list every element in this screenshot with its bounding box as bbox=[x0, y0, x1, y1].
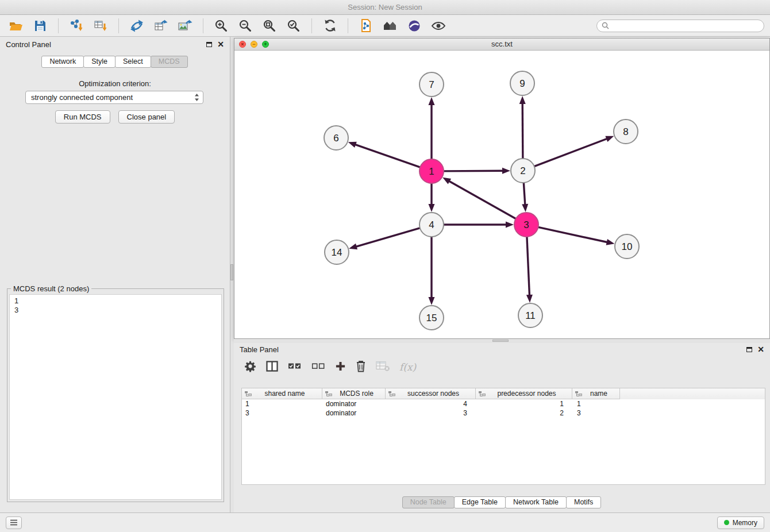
search-field[interactable] bbox=[596, 20, 764, 32]
table-panel-title: Table Panel bbox=[240, 345, 279, 354]
horizontal-splitter-handle[interactable] bbox=[492, 340, 509, 342]
panel-menu-button[interactable] bbox=[6, 516, 22, 529]
graph-edge-2-9[interactable] bbox=[522, 102, 523, 159]
open-session-icon[interactable] bbox=[6, 17, 26, 34]
column-header-predecessor-nodes[interactable]: predecessor nodes bbox=[476, 388, 572, 399]
column-type-icon bbox=[244, 391, 252, 397]
table-row[interactable]: 3dominator323 bbox=[242, 408, 765, 418]
network-from-selection-icon[interactable] bbox=[356, 17, 376, 34]
toolbar-separator bbox=[118, 18, 119, 33]
import-network-icon[interactable] bbox=[66, 17, 87, 34]
graph-node-4[interactable]: 4 bbox=[419, 213, 444, 237]
graph-node-7[interactable]: 7 bbox=[419, 72, 444, 97]
result-item[interactable]: 3 bbox=[14, 306, 217, 315]
graph-edge-2-3[interactable] bbox=[523, 183, 525, 206]
graph-node-14[interactable]: 14 bbox=[325, 240, 349, 264]
zoom-out-icon[interactable] bbox=[235, 17, 256, 34]
select-all-icon[interactable] bbox=[288, 361, 302, 373]
zoom-in-icon[interactable] bbox=[211, 17, 232, 34]
search-input[interactable] bbox=[612, 22, 759, 30]
mcds-result-list[interactable]: 13 bbox=[9, 294, 222, 500]
window-zoom-icon[interactable]: + bbox=[262, 41, 269, 48]
column-header-name[interactable]: name bbox=[572, 388, 620, 399]
optimization-criterion-select[interactable]: strongly connected component bbox=[25, 91, 203, 104]
horizontal-splitter[interactable] bbox=[234, 339, 770, 343]
graph-edge-arrowhead bbox=[519, 96, 526, 104]
tab-network-table[interactable]: Network Table bbox=[505, 496, 567, 508]
table-cell: 3 bbox=[572, 409, 620, 417]
window-close-icon[interactable]: × bbox=[239, 41, 246, 48]
graph-node-10[interactable]: 10 bbox=[615, 234, 639, 259]
close-panel-button[interactable]: Close panel bbox=[118, 110, 175, 124]
graph-edge-1-2[interactable] bbox=[444, 171, 504, 171]
delete-table-icon[interactable] bbox=[376, 360, 390, 374]
svg-text:6: 6 bbox=[333, 133, 338, 144]
table-panel: Table Panel ✕ f(x) shared nameMCDS rol bbox=[234, 343, 770, 510]
float-panel-icon[interactable] bbox=[206, 42, 212, 47]
column-header-successor-nodes[interactable]: successor nodes bbox=[386, 388, 476, 399]
control-panel-title: Control Panel bbox=[6, 40, 51, 49]
graph-node-6[interactable]: 6 bbox=[324, 126, 348, 150]
graph-node-9[interactable]: 9 bbox=[510, 71, 534, 95]
table-row[interactable]: 1dominator411 bbox=[242, 399, 765, 408]
tab-motifs[interactable]: Motifs bbox=[566, 496, 601, 508]
function-builder-icon[interactable]: f(x) bbox=[399, 361, 416, 373]
delete-column-icon[interactable] bbox=[356, 360, 366, 375]
column-header-shared-name[interactable]: shared name bbox=[242, 388, 322, 399]
graph-node-2[interactable]: 2 bbox=[511, 159, 535, 183]
network-graph[interactable]: 7968124314101511 bbox=[234, 51, 769, 338]
graph-node-8[interactable]: 8 bbox=[614, 119, 638, 144]
zoom-fit-icon[interactable] bbox=[259, 17, 280, 34]
graph-edge-1-6[interactable] bbox=[354, 144, 420, 167]
zoom-selected-icon[interactable] bbox=[283, 17, 304, 34]
memory-button[interactable]: Memory bbox=[717, 516, 764, 529]
save-session-icon[interactable] bbox=[30, 17, 51, 34]
export-image-icon[interactable] bbox=[175, 17, 195, 34]
tab-node-table[interactable]: Node Table bbox=[402, 496, 455, 508]
graph-edge-3-11[interactable] bbox=[527, 237, 530, 296]
control-panel: Control Panel ✕ NetworkStyleSelectMCDS O… bbox=[0, 37, 230, 512]
tab-network[interactable]: Network bbox=[41, 56, 84, 68]
import-table-icon[interactable] bbox=[90, 17, 111, 34]
deselect-all-icon[interactable] bbox=[311, 361, 325, 373]
tab-mcds[interactable]: MCDS bbox=[151, 56, 188, 68]
add-column-icon[interactable] bbox=[335, 361, 346, 374]
apply-style-icon[interactable] bbox=[404, 17, 425, 34]
home-icon[interactable] bbox=[380, 17, 401, 34]
network-window-titlebar: × − + scc.txt bbox=[234, 38, 769, 51]
vertical-splitter-handle[interactable] bbox=[230, 264, 233, 280]
graph-edge-3-10[interactable] bbox=[538, 227, 609, 242]
show-details-eye-icon[interactable] bbox=[428, 17, 449, 34]
tab-edge-table[interactable]: Edge Table bbox=[454, 496, 506, 508]
refresh-view-icon[interactable] bbox=[319, 17, 340, 34]
close-panel-icon[interactable]: ✕ bbox=[217, 41, 224, 48]
graph-edge-arrowhead bbox=[526, 295, 533, 303]
svg-text:10: 10 bbox=[622, 241, 633, 252]
graph-edge-3-1[interactable] bbox=[448, 180, 516, 218]
control-panel-tabs: NetworkStyleSelectMCDS bbox=[0, 56, 230, 68]
toggle-column-icon[interactable] bbox=[266, 361, 278, 374]
run-mcds-button[interactable]: Run MCDS bbox=[55, 110, 110, 124]
network-canvas[interactable]: 7968124314101511 bbox=[234, 51, 769, 338]
window-minimize-icon[interactable]: − bbox=[251, 41, 257, 48]
new-network-icon[interactable] bbox=[126, 17, 147, 34]
table-cell: 1 bbox=[572, 400, 620, 408]
table-cell: dominator bbox=[322, 409, 386, 417]
graph-edge-2-8[interactable] bbox=[534, 138, 609, 167]
result-item[interactable]: 1 bbox=[14, 296, 217, 306]
column-header-mcds-role[interactable]: MCDS role bbox=[322, 388, 386, 399]
graph-edge-4-14[interactable] bbox=[355, 228, 420, 247]
graph-node-15[interactable]: 15 bbox=[419, 306, 444, 330]
graph-edge-arrowhead bbox=[506, 222, 514, 228]
graph-node-3[interactable]: 3 bbox=[514, 213, 538, 237]
graph-node-11[interactable]: 11 bbox=[518, 303, 542, 327]
float-table-panel-icon[interactable] bbox=[746, 347, 752, 352]
tab-style[interactable]: Style bbox=[83, 56, 116, 68]
graph-node-1[interactable]: 1 bbox=[419, 159, 444, 183]
gear-icon[interactable] bbox=[244, 360, 256, 375]
tab-select[interactable]: Select bbox=[115, 56, 151, 68]
export-table-icon[interactable] bbox=[151, 17, 171, 34]
toolbar-separator bbox=[311, 18, 312, 33]
status-bar: Memory bbox=[0, 512, 770, 532]
close-table-panel-icon[interactable]: ✕ bbox=[757, 346, 764, 353]
